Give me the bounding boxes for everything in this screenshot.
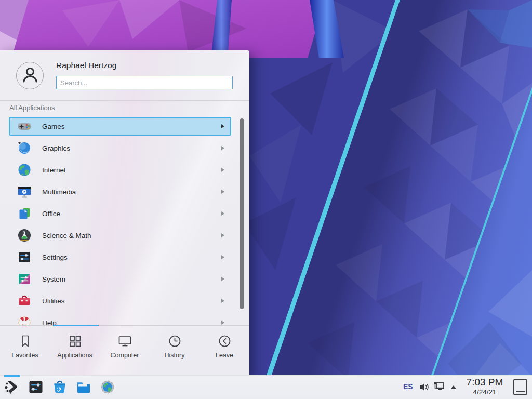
category-row-system[interactable]: System <box>9 270 231 288</box>
web-browser-button[interactable] <box>100 379 115 395</box>
browser-globe-icon <box>100 379 115 395</box>
system-sliders-icon <box>17 272 32 286</box>
taskbar: ES 7:03 PM 4/24/21 <box>0 375 532 399</box>
expand-tray-icon[interactable] <box>450 385 457 390</box>
history-clock-icon <box>167 334 182 349</box>
tab-label: Leave <box>216 352 233 359</box>
category-row-graphics[interactable]: Graphics <box>9 139 231 157</box>
kickoff-footer: Favorites Applications <box>0 325 249 375</box>
submenu-arrow-icon <box>221 146 224 150</box>
category-label: Internet <box>42 166 66 174</box>
list-scrollbar[interactable] <box>240 118 244 309</box>
discover-button[interactable] <box>52 379 68 395</box>
desktop[interactable]: Raphael Hertzog All Applications <box>0 0 532 399</box>
tab-computer[interactable]: Computer <box>100 326 150 375</box>
category-label: Graphics <box>42 144 70 152</box>
show-desktop-button[interactable] <box>513 379 527 395</box>
submenu-arrow-icon <box>221 190 224 194</box>
multimedia-monitor-icon <box>17 184 32 199</box>
kickoff-menu: Raphael Hertzog All Applications <box>0 50 249 375</box>
category-label: Games <box>42 123 65 130</box>
tab-leave[interactable]: Leave <box>200 326 249 375</box>
category-row-help[interactable]: Help <box>9 313 231 325</box>
clock-time: 7:03 PM <box>460 377 509 388</box>
application-category-list: Games Graphics <box>0 117 249 325</box>
globe-icon <box>17 163 32 177</box>
category-row-science-math[interactable]: Science & Math <box>9 226 231 245</box>
tab-label: History <box>165 352 185 359</box>
category-row-utilities[interactable]: Utilities <box>9 291 231 310</box>
active-tab-underline <box>53 325 99 326</box>
settings-sliders-icon <box>17 250 32 264</box>
submenu-arrow-icon <box>221 299 224 303</box>
tab-label: Applications <box>57 352 92 359</box>
submenu-arrow-icon <box>221 233 224 237</box>
utilities-toolbox-icon <box>17 294 32 308</box>
user-avatar[interactable] <box>16 62 44 89</box>
tab-applications[interactable]: Applications <box>50 326 100 375</box>
category-label: Science & Math <box>42 232 91 240</box>
system-settings-button[interactable] <box>28 379 44 395</box>
computer-monitor-icon <box>117 334 132 349</box>
category-label: Settings <box>42 254 68 261</box>
category-label: Office <box>42 210 60 218</box>
search-input[interactable] <box>56 76 233 89</box>
file-manager-button[interactable] <box>76 379 91 395</box>
header-separator <box>0 100 249 101</box>
category-label: Utilities <box>42 297 65 305</box>
kickoff-header: Raphael Hertzog <box>0 50 249 100</box>
submenu-arrow-icon <box>221 168 224 172</box>
graphics-sphere-icon <box>17 141 32 155</box>
tab-label: Computer <box>111 352 139 359</box>
tab-label: Favorites <box>11 352 38 359</box>
submenu-arrow-icon <box>221 255 224 259</box>
submenu-arrow-icon <box>221 211 224 216</box>
applications-grid-icon <box>68 334 83 349</box>
launcher-active-indicator <box>4 375 20 377</box>
network-icon[interactable] <box>433 381 445 393</box>
keyboard-layout-indicator[interactable]: ES <box>403 382 413 391</box>
help-lifebuoy-icon <box>17 315 32 325</box>
user-name: Raphael Hertzog <box>56 61 116 70</box>
user-silhouette-icon <box>20 64 41 87</box>
category-row-internet[interactable]: Internet <box>9 161 231 179</box>
submenu-arrow-icon <box>221 277 224 281</box>
leave-back-icon <box>217 334 232 349</box>
favorites-bookmark-icon <box>18 334 33 349</box>
gamepad-icon <box>17 119 32 134</box>
category-label: Multimedia <box>42 188 76 196</box>
submenu-arrow-icon <box>221 124 224 128</box>
category-label: System <box>42 275 65 283</box>
kickoff-launcher-button[interactable] <box>4 379 20 395</box>
folder-icon <box>76 379 91 395</box>
system-settings-icon <box>28 379 44 395</box>
discover-icon <box>52 379 68 395</box>
clock-date: 4/24/21 <box>460 388 509 396</box>
category-row-settings[interactable]: Settings <box>9 248 231 267</box>
science-flask-icon <box>17 228 32 243</box>
submenu-arrow-icon <box>221 321 224 325</box>
category-row-office[interactable]: Office <box>9 204 231 223</box>
volume-icon[interactable] <box>418 381 430 393</box>
category-row-multimedia[interactable]: Multimedia <box>9 182 231 201</box>
digital-clock[interactable]: 7:03 PM 4/24/21 <box>460 377 509 396</box>
category-row-games[interactable]: Games <box>9 117 231 136</box>
section-label: All Applications <box>9 104 55 112</box>
kde-kickoff-icon <box>4 379 20 395</box>
tab-history[interactable]: History <box>150 326 200 375</box>
tab-favorites[interactable]: Favorites <box>0 326 50 375</box>
office-documents-icon <box>17 206 32 221</box>
